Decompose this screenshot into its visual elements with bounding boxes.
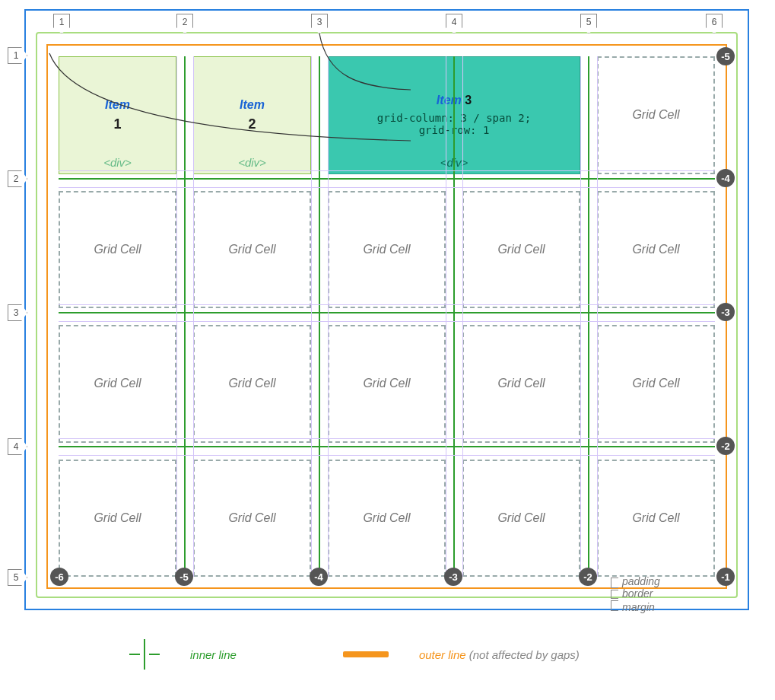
grid-item-1: Item 1 <div>	[59, 56, 176, 174]
bracket-icon	[611, 590, 618, 599]
item-label: Item	[437, 94, 462, 107]
neg-col-line-badge: -3	[444, 568, 462, 586]
neg-col-line-badge: -4	[310, 568, 328, 586]
margin-label: margin	[622, 601, 655, 613]
padding-label: padding	[622, 575, 660, 587]
item-number: 1	[113, 116, 121, 132]
cell-label: Grid Cell	[228, 511, 275, 525]
outer-line-label: outer line	[419, 648, 466, 661]
item-number: 2	[248, 116, 256, 132]
inner-line-icon	[129, 639, 160, 670]
outer-line-note: (not affected by gaps)	[469, 648, 580, 661]
item-tag: <div>	[194, 156, 310, 169]
grid-cell: Grid Cell	[328, 325, 446, 443]
item-number: 3	[465, 94, 472, 107]
grid-item-3: Item 3 grid-column: 3 / span 2; grid-row…	[328, 56, 580, 174]
cell-label: Grid Cell	[94, 511, 141, 525]
cell-label: Grid Cell	[632, 243, 679, 256]
cell-label: Grid Cell	[632, 108, 679, 122]
item-label: Item	[105, 98, 130, 112]
cell-label: Grid Cell	[228, 243, 275, 256]
grid-cell: Grid Cell	[193, 191, 311, 309]
cell-label: Grid Cell	[94, 377, 141, 390]
neg-row-line-badge: -5	[716, 47, 735, 65]
grid-cell: Grid Cell	[193, 325, 311, 443]
item-code: grid-column: 3 / span 2; grid-row: 1	[377, 112, 531, 136]
cell-label: Grid Cell	[497, 511, 545, 525]
cell-label: Grid Cell	[363, 243, 410, 256]
grid-item-2: Item 2 <div>	[193, 56, 311, 174]
cell-label: Grid Cell	[632, 377, 679, 390]
grid-cell: Grid Cell	[59, 460, 176, 578]
inner-line-label: inner line	[190, 648, 237, 661]
grid-cell: Grid Cell	[597, 325, 715, 443]
grid-cell: Grid Cell	[328, 191, 446, 309]
grid-cell: Grid Cell	[597, 191, 715, 309]
cell-label: Grid Cell	[363, 377, 410, 390]
grid-cell: Grid Cell	[462, 191, 580, 309]
cell-label: Grid Cell	[363, 511, 410, 525]
item-tag: <div>	[329, 156, 580, 169]
cell-label: Grid Cell	[228, 377, 275, 390]
neg-row-line-badge: -3	[716, 303, 735, 321]
grid-cell: Grid Cell	[59, 191, 176, 309]
bracket-icon	[611, 600, 618, 611]
bracket-icon	[611, 578, 618, 588]
grid-cell: Grid Cell	[462, 325, 580, 443]
cell-label: Grid Cell	[497, 377, 545, 390]
neg-col-line-badge: -6	[50, 568, 68, 586]
grid-cell: Grid Cell	[328, 460, 446, 578]
neg-row-line-badge: -2	[716, 437, 735, 455]
neg-col-line-badge: -5	[175, 568, 193, 586]
cell-label: Grid Cell	[94, 243, 141, 256]
cell-label: Grid Cell	[632, 511, 679, 525]
item-tag: <div>	[59, 156, 176, 169]
neg-row-line-badge: -4	[716, 169, 735, 187]
outer-line-icon	[343, 651, 389, 657]
cell-label: Grid Cell	[497, 243, 545, 256]
grid-cell: Grid Cell	[462, 460, 580, 578]
neg-row-line-badge: -1	[716, 568, 735, 586]
grid-container: Item 1 <div> Item 2 <div> Item 3 grid-co…	[59, 56, 715, 577]
border-label: border	[622, 587, 653, 600]
grid-cell: Grid Cell	[59, 325, 176, 443]
grid-cell: Grid Cell	[597, 460, 715, 578]
neg-col-line-badge: -2	[579, 568, 597, 586]
grid-cell: Grid Cell	[597, 56, 715, 174]
grid-cell: Grid Cell	[193, 460, 311, 578]
item-label: Item	[240, 98, 265, 112]
legend: inner line outer line (not affected by g…	[129, 639, 580, 670]
